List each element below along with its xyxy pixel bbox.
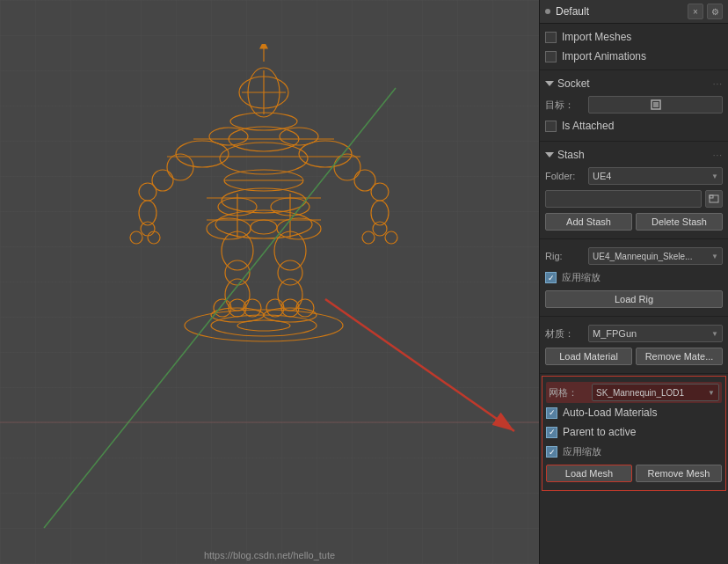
svg-point-27 [207, 218, 251, 239]
rig-btn-row: Load Rig [545, 288, 723, 311]
svg-point-6 [230, 113, 297, 130]
import-animations-label: Import Animations [562, 50, 646, 62]
is-attached-label: Is Attached [562, 120, 614, 132]
is-attached-row: Is Attached [545, 116, 723, 136]
panel-close-button[interactable]: × [688, 4, 703, 19]
load-material-button[interactable]: Load Material [545, 348, 632, 365]
mesh-label: 网格： [549, 386, 588, 399]
rig-apply-scale-label: 应用缩放 [562, 271, 601, 284]
mesh-apply-scale-row: 应用缩放 [546, 442, 722, 462]
svg-point-34 [225, 279, 250, 311]
svg-point-1 [248, 68, 280, 117]
is-attached-checkbox[interactable] [545, 121, 557, 132]
rig-apply-scale-row: 应用缩放 [545, 267, 723, 288]
mesh-dropdown[interactable]: SK_Mannequin_LOD1 ▼ [592, 384, 719, 401]
panel-header: Default × ⚙ [540, 0, 728, 24]
stash-browse-button[interactable] [705, 190, 723, 208]
panel-header-title: Default [545, 5, 589, 18]
svg-line-62 [325, 299, 514, 431]
panel-dot [545, 9, 550, 14]
3d-viewport[interactable]: https://blog.csdn.net/hello_tute [0, 0, 539, 564]
mesh-field-row: 网格： SK_Mannequin_LOD1 ▼ [546, 382, 722, 403]
svg-point-46 [237, 320, 290, 331]
rig-value: UE4_Mannequin_Skele... [593, 252, 692, 261]
stash-section-header: Stash ··· [545, 145, 723, 163]
svg-point-17 [139, 183, 157, 201]
material-dropdown-arrow: ▼ [711, 330, 718, 338]
svg-point-13 [299, 141, 352, 167]
delete-stash-button[interactable]: Delete Stash [636, 213, 723, 231]
folder-value: UE4 [593, 171, 611, 181]
svg-point-51 [371, 201, 389, 225]
import-meshes-row: Import Meshes [545, 27, 723, 47]
import-meshes-checkbox[interactable] [545, 32, 557, 43]
svg-point-8 [229, 127, 299, 151]
mesh-apply-scale-label: 应用缩放 [563, 445, 601, 458]
socket-options-icon[interactable]: ··· [713, 79, 723, 89]
import-meshes-label: Import Meshes [562, 31, 631, 43]
stash-path-row [545, 187, 723, 210]
socket-section: Socket ··· 目标： Is Attached [540, 70, 728, 142]
load-rig-button[interactable]: Load Rig [545, 290, 723, 308]
svg-rect-65 [710, 195, 718, 202]
remove-material-button[interactable]: Remove Mate... [636, 348, 723, 365]
rig-dropdown[interactable]: UE4_Mannequin_Skele... ▼ [588, 247, 723, 265]
target-field-row: 目标： [545, 93, 723, 116]
svg-point-52 [373, 222, 387, 236]
svg-marker-5 [260, 44, 267, 48]
svg-point-47 [139, 201, 157, 225]
folder-field-row: Folder: UE4 ▼ [545, 165, 723, 187]
stash-options-icon[interactable]: ··· [713, 150, 723, 160]
mesh-value: SK_Mannequin_LOD1 [596, 388, 684, 398]
panel-title: Default [556, 5, 589, 18]
svg-point-21 [224, 170, 303, 191]
svg-rect-64 [653, 102, 659, 107]
add-stash-button[interactable]: Add Stash [545, 213, 632, 231]
parent-to-active-checkbox[interactable] [546, 427, 557, 438]
rig-label: Rig: [545, 251, 585, 261]
parent-to-active-row: Parent to active [546, 422, 722, 442]
load-mesh-button[interactable]: Load Mesh [546, 465, 632, 482]
folder-dropdown[interactable]: UE4 ▼ [588, 167, 723, 185]
target-input[interactable] [588, 96, 723, 114]
mesh-buttons-row: Load Mesh Remove Mesh [546, 462, 722, 485]
svg-point-30 [222, 231, 253, 270]
remove-mesh-button[interactable]: Remove Mesh [636, 465, 722, 482]
import-animations-checkbox[interactable] [545, 51, 557, 62]
svg-point-28 [251, 220, 277, 234]
socket-label: Socket [557, 77, 590, 90]
mesh-section: 网格： SK_Mannequin_LOD1 ▼ Auto-Load Materi… [542, 376, 726, 491]
svg-point-48 [141, 222, 155, 236]
auto-load-materials-row: Auto-Load Materials [546, 403, 722, 422]
svg-rect-66 [710, 195, 713, 198]
svg-point-15 [167, 154, 193, 180]
svg-point-20 [371, 183, 389, 201]
svg-point-23 [222, 188, 306, 213]
svg-point-38 [244, 299, 261, 317]
socket-collapse-icon[interactable] [545, 81, 554, 86]
auto-load-materials-checkbox[interactable] [546, 407, 557, 419]
svg-point-35 [278, 279, 302, 311]
svg-point-9 [280, 128, 318, 145]
mesh-apply-scale-checkbox[interactable] [546, 446, 557, 458]
rig-apply-scale-checkbox[interactable] [545, 272, 557, 283]
svg-point-39 [211, 308, 264, 322]
import-animations-row: Import Animations [545, 47, 723, 66]
svg-point-12 [220, 143, 308, 174]
mesh-dropdown-arrow: ▼ [708, 389, 715, 397]
svg-point-11 [176, 141, 229, 167]
svg-point-32 [225, 260, 250, 285]
socket-section-header: Socket ··· [545, 74, 723, 92]
svg-point-33 [278, 260, 302, 285]
svg-point-41 [281, 299, 299, 317]
svg-point-16 [152, 170, 173, 191]
stash-label: Stash [557, 149, 585, 161]
parent-to-active-label: Parent to active [563, 426, 636, 438]
stash-path-input[interactable] [545, 190, 702, 208]
panel-settings-button[interactable]: ⚙ [707, 4, 723, 19]
svg-point-36 [214, 299, 231, 317]
material-dropdown[interactable]: M_FPGun ▼ [588, 325, 723, 342]
stash-collapse-icon[interactable] [545, 152, 554, 157]
mesh-content: 网格： SK_Mannequin_LOD1 ▼ Auto-Load Materi… [546, 380, 722, 487]
material-label: 材质： [545, 327, 585, 341]
